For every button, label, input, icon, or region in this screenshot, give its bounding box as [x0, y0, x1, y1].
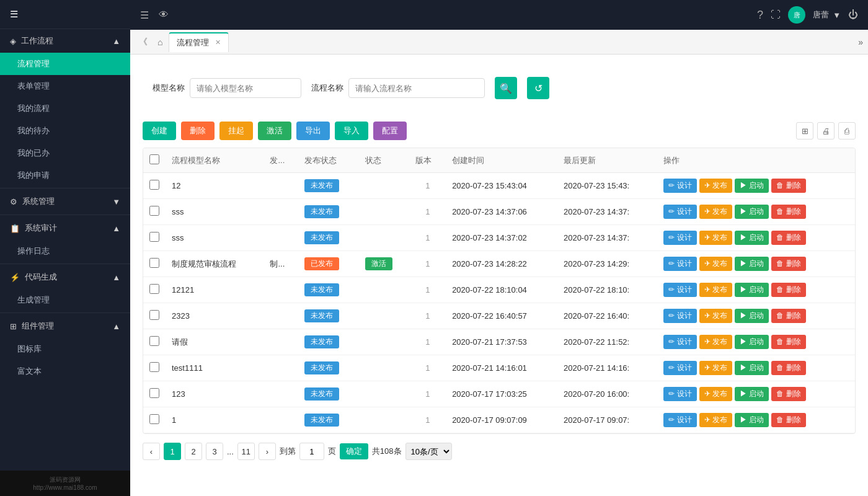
row-checkbox[interactable]: [149, 258, 159, 268]
design-button[interactable]: ✏ 设计: [663, 309, 696, 323]
goto-input[interactable]: [299, 443, 324, 460]
page-3-button[interactable]: 3: [206, 443, 223, 460]
power-icon[interactable]: ⏻: [848, 9, 858, 20]
model-name-input[interactable]: [190, 78, 301, 98]
menu-icon[interactable]: ☰: [140, 9, 149, 21]
sidebar-item-rich-text[interactable]: 富文本: [0, 360, 130, 383]
activate-button[interactable]: 激活: [258, 122, 291, 140]
publish-button[interactable]: ✈ 发布: [699, 413, 732, 427]
publish-button[interactable]: ✈ 发布: [699, 231, 732, 245]
row-delete-button[interactable]: 🗑 删除: [771, 179, 805, 193]
start-button[interactable]: ▶ 启动: [735, 309, 769, 323]
sidebar-item-process-manage[interactable]: 流程管理: [0, 53, 130, 75]
sidebar-item-icon-lib[interactable]: 图标库: [0, 338, 130, 360]
print-icon[interactable]: 🖨: [817, 122, 835, 140]
design-button[interactable]: ✏ 设计: [663, 283, 696, 297]
start-button[interactable]: ▶ 启动: [735, 179, 769, 193]
sidebar-group-component-manage-header[interactable]: ⊞ 组件管理 ▲: [0, 314, 130, 338]
start-button[interactable]: ▶ 启动: [735, 335, 769, 349]
import-button[interactable]: 导入: [335, 122, 368, 140]
process-name-input[interactable]: [348, 78, 485, 98]
create-button[interactable]: 创建: [143, 122, 176, 140]
sidebar-group-system-audit-header[interactable]: 📋 系统审计 ▲: [0, 216, 130, 240]
start-button[interactable]: ▶ 启动: [735, 413, 769, 427]
grid-view-icon[interactable]: ⊞: [796, 122, 813, 140]
row-delete-button[interactable]: 🗑 删除: [771, 257, 805, 271]
row-checkbox[interactable]: [149, 388, 159, 398]
sidebar-item-my-pending[interactable]: 我的待办: [0, 120, 130, 142]
row-checkbox[interactable]: [149, 310, 159, 320]
sidebar-item-gen-manage[interactable]: 生成管理: [0, 289, 130, 311]
row-checkbox[interactable]: [149, 180, 159, 190]
design-button[interactable]: ✏ 设计: [663, 387, 696, 401]
row-checkbox[interactable]: [149, 414, 159, 424]
help-icon[interactable]: ?: [757, 9, 763, 22]
row-delete-button[interactable]: 🗑 删除: [771, 283, 805, 297]
publish-button[interactable]: ✈ 发布: [699, 179, 732, 193]
suspend-button[interactable]: 挂起: [219, 122, 253, 140]
search-button[interactable]: 🔍: [495, 77, 517, 99]
sidebar-group-workflow-header[interactable]: ◈ 工作流程 ▲: [0, 29, 130, 53]
design-button[interactable]: ✏ 设计: [663, 335, 696, 349]
publish-button[interactable]: ✈ 发布: [699, 205, 732, 219]
goto-confirm-button[interactable]: 确定: [340, 443, 368, 459]
publish-button[interactable]: ✈ 发布: [699, 257, 732, 271]
row-checkbox[interactable]: [149, 232, 159, 242]
reset-button[interactable]: ↺: [527, 77, 549, 99]
row-checkbox[interactable]: [149, 206, 159, 216]
publish-button[interactable]: ✈ 发布: [699, 283, 732, 297]
tabbar-end[interactable]: »: [858, 37, 863, 47]
eye-icon[interactable]: 👁: [159, 9, 169, 20]
page-next-button[interactable]: ›: [259, 443, 276, 460]
tabbar-home[interactable]: ⌂: [154, 37, 166, 47]
export-button[interactable]: 导出: [296, 122, 330, 140]
page-prev-button[interactable]: ‹: [143, 443, 160, 460]
design-button[interactable]: ✏ 设计: [663, 413, 696, 427]
start-button[interactable]: ▶ 启动: [735, 387, 769, 401]
sidebar-group-system-manage-header[interactable]: ⚙ 系统管理 ▼: [0, 190, 130, 213]
batch-delete-button[interactable]: 删除: [181, 122, 215, 140]
start-button[interactable]: ▶ 启动: [735, 283, 769, 297]
sidebar-item-my-process[interactable]: 我的流程: [0, 97, 130, 120]
sidebar-item-my-apply[interactable]: 我的申请: [0, 164, 130, 187]
tab-process-manage[interactable]: 流程管理 ✕: [169, 32, 229, 52]
row-checkbox[interactable]: [149, 362, 159, 372]
start-button[interactable]: ▶ 启动: [735, 231, 769, 245]
row-checkbox[interactable]: [149, 284, 159, 294]
publish-button[interactable]: ✈ 发布: [699, 361, 732, 375]
design-button[interactable]: ✏ 设计: [663, 361, 696, 375]
tabbar-nav-back[interactable]: 《: [135, 37, 151, 48]
design-button[interactable]: ✏ 设计: [663, 179, 696, 193]
sidebar-item-my-done[interactable]: 我的已办: [0, 142, 130, 164]
tab-close-icon[interactable]: ✕: [215, 38, 221, 46]
publish-button[interactable]: ✈ 发布: [699, 387, 732, 401]
design-button[interactable]: ✏ 设计: [663, 205, 696, 219]
user-menu[interactable]: 唐蕾 ▼: [813, 9, 841, 20]
row-delete-button[interactable]: 🗑 删除: [771, 413, 805, 427]
per-page-select[interactable]: 10条/页 20条/页 50条/页: [405, 443, 452, 460]
row-delete-button[interactable]: 🗑 删除: [771, 387, 805, 401]
publish-button[interactable]: ✈ 发布: [699, 309, 732, 323]
row-delete-button[interactable]: 🗑 删除: [771, 309, 805, 323]
start-button[interactable]: ▶ 启动: [735, 361, 769, 375]
row-delete-button[interactable]: 🗑 删除: [771, 205, 805, 219]
design-button[interactable]: ✏ 设计: [663, 257, 696, 271]
row-delete-button[interactable]: 🗑 删除: [771, 361, 805, 375]
page-1-button[interactable]: 1: [164, 443, 181, 460]
config-button[interactable]: 配置: [373, 122, 407, 140]
page-last-button[interactable]: 11: [237, 443, 255, 460]
start-button[interactable]: ▶ 启动: [735, 205, 769, 219]
select-all-checkbox[interactable]: [149, 154, 159, 164]
row-delete-button[interactable]: 🗑 删除: [771, 231, 805, 245]
download-icon[interactable]: ⎙: [838, 122, 856, 140]
sidebar-group-code-gen-header[interactable]: ⚡ 代码生成 ▲: [0, 265, 130, 289]
start-button[interactable]: ▶ 启动: [735, 257, 769, 271]
sidebar-item-operation-log[interactable]: 操作日志: [0, 240, 130, 262]
row-checkbox[interactable]: [149, 336, 159, 346]
fullscreen-icon[interactable]: ⛶: [771, 9, 781, 20]
row-delete-button[interactable]: 🗑 删除: [771, 335, 805, 349]
publish-button[interactable]: ✈ 发布: [699, 335, 732, 349]
design-button[interactable]: ✏ 设计: [663, 231, 696, 245]
sidebar-item-form-manage[interactable]: 表单管理: [0, 75, 130, 97]
page-2-button[interactable]: 2: [185, 443, 202, 460]
